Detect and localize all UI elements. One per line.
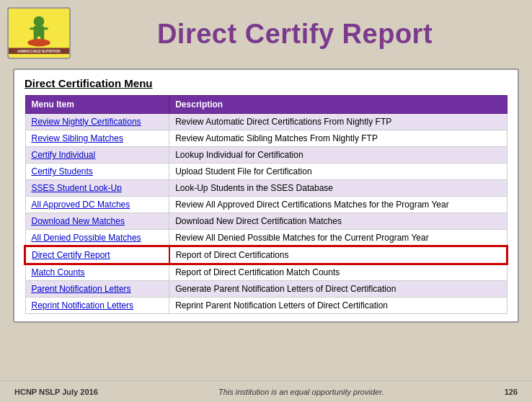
col-description: Description [169,96,507,114]
menu-item-cell[interactable]: Reprint Notification Letters [25,298,169,314]
table-row: Parent Notification LettersGenerate Pare… [25,281,507,298]
table-row: Certify StudentsUpload Student File for … [25,164,507,180]
table-row: Review Sibling MatchesReview Automatic S… [25,130,507,147]
section-title: Direct Certification Menu [25,77,507,89]
description-cell: Upload Student File for Certification [169,164,507,180]
description-cell: Reprint Parent Notification Letters of D… [169,298,507,314]
menu-item-link[interactable]: SSES Student Look-Up [32,183,122,193]
page-title: Direct Certify Report [72,19,518,50]
svg-point-1 [34,16,45,27]
menu-item-cell[interactable]: Parent Notification Letters [25,281,169,298]
footer-left: HCNP NSLP July 2016 [14,388,98,396]
table-row: SSES Student Look-UpLook-Up Students in … [25,180,507,197]
menu-item-link[interactable]: Match Counts [32,267,85,277]
header: HAWAII CHILD NUTRITION Direct Certify Re… [0,0,532,68]
menu-item-link[interactable]: Download New Matches [32,216,125,226]
col-menu-item: Menu Item [25,96,169,114]
description-cell: Review Automatic Direct Certifications F… [169,114,507,130]
footer-center: This institution is an equal opportunity… [98,388,505,396]
menu-item-cell[interactable]: Direct Certify Report [25,246,169,264]
table-row: Review Nightly CertificationsReview Auto… [25,114,507,130]
menu-item-link[interactable]: Review Sibling Matches [32,133,123,143]
svg-rect-3 [30,27,35,30]
description-cell: Review All Approved Direct Certification… [169,197,507,213]
description-cell: Generate Parent Notification Letters of … [169,281,507,298]
table-row: All Approved DC MatchesReview All Approv… [25,197,507,213]
menu-item-link[interactable]: All Approved DC Matches [32,200,130,210]
description-cell: Review Automatic Sibling Matches From Ni… [169,130,507,147]
content-box: Direct Certification Menu Menu Item Desc… [13,68,519,323]
menu-item-link[interactable]: All Denied Possible Matches [32,233,141,243]
menu-item-link[interactable]: Reprint Notification Letters [32,300,133,311]
svg-text:HAWAII CHILD NUTRITION: HAWAII CHILD NUTRITION [17,50,61,53]
logo-box: HAWAII CHILD NUTRITION [7,7,71,59]
table-row: All Denied Possible MatchesReview All De… [25,230,507,247]
logo-area: HAWAII CHILD NUTRITION [7,7,72,61]
menu-item-cell[interactable]: Certify Individual [25,147,169,164]
menu-item-link[interactable]: Certify Students [32,166,93,177]
logo-icon: HAWAII CHILD NUTRITION [9,9,69,58]
table-header-row: Menu Item Description [25,96,507,114]
menu-item-link[interactable]: Certify Individual [32,150,96,160]
table-row: Direct Certify ReportReport of Direct Ce… [25,246,507,264]
menu-item-cell[interactable]: Download New Matches [25,213,169,230]
certification-table: Menu Item Description Review Nightly Cer… [25,95,507,314]
menu-item-link[interactable]: Direct Certify Report [32,250,110,260]
table-row: Certify IndividualLookup Individual for … [25,147,507,164]
svg-rect-4 [42,27,48,30]
footer: HCNP NSLP July 2016 This institution is … [0,380,532,402]
menu-item-cell[interactable]: Certify Students [25,164,169,180]
menu-item-link[interactable]: Review Nightly Certifications [32,117,141,127]
description-cell: Report of Direct Certifications [169,246,507,264]
menu-item-cell[interactable]: All Approved DC Matches [25,197,169,213]
footer-right: 126 [505,388,518,396]
table-row: Reprint Notification LettersReprint Pare… [25,298,507,314]
table-row: Match CountsReport of Direct Certificati… [25,264,507,281]
menu-item-link[interactable]: Parent Notification Letters [32,284,131,294]
menu-item-cell[interactable]: Review Nightly Certifications [25,114,169,130]
menu-item-cell[interactable]: SSES Student Look-Up [25,180,169,197]
description-cell: Report of Direct Certification Match Cou… [169,264,507,281]
menu-item-cell[interactable]: Review Sibling Matches [25,130,169,147]
table-row: Download New MatchesDownload New Direct … [25,213,507,230]
menu-item-cell[interactable]: All Denied Possible Matches [25,230,169,247]
description-cell: Download New Direct Certification Matche… [169,213,507,230]
svg-point-7 [27,39,50,47]
description-cell: Look-Up Students in the SSES Database [169,180,507,197]
description-cell: Review All Denied Possible Matches for t… [169,230,507,247]
description-cell: Lookup Individual for Certification [169,147,507,164]
menu-item-cell[interactable]: Match Counts [25,264,169,281]
